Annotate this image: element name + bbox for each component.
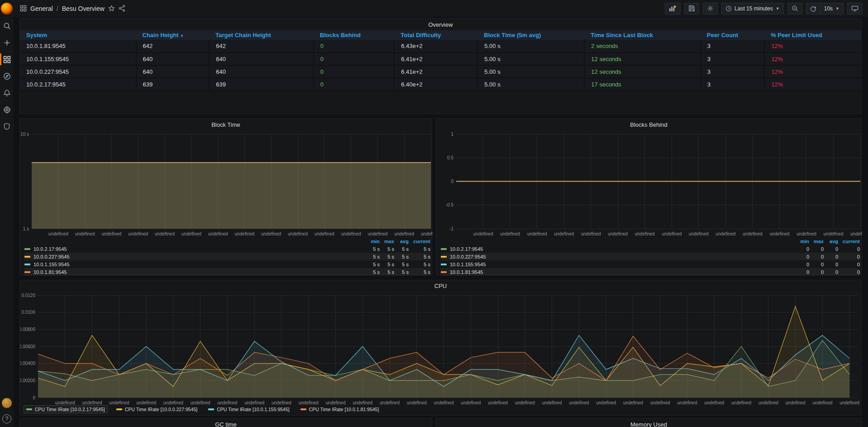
column-header-target_chain_height[interactable]: Target Chain Height [209, 30, 314, 40]
svg-text:undefined: undefined [101, 231, 121, 236]
cell-block_time: 5.00 s [477, 40, 584, 53]
legend-series-name[interactable]: 10.0.0.227:9545 [33, 254, 70, 259]
svg-text:undefined: undefined [677, 400, 697, 405]
legend-header: minmaxavgcurrent [24, 237, 430, 245]
legend-min: 0 [795, 269, 809, 275]
cell-time_since_last_block: 12 seconds [584, 65, 701, 78]
column-header-blocks_behind[interactable]: Blocks Behind [314, 30, 394, 40]
cpu-legend-item[interactable]: CPU Time IRate [10.0.0.227:9545] [114, 406, 200, 413]
column-header-chain_height[interactable]: Chain Height▾ [136, 30, 210, 40]
sidebar-item-alerting[interactable] [0, 85, 14, 101]
svg-text:1: 1 [451, 132, 453, 137]
cell-total_difficulty: 6.40e+2 [394, 78, 477, 91]
legend-avg: 5 s [394, 269, 409, 275]
column-header-time_since_last_block[interactable]: Time Since Last Block [584, 30, 701, 40]
svg-text:undefined: undefined [461, 400, 481, 405]
svg-text:undefined: undefined [839, 400, 859, 405]
legend-max: 0 [809, 246, 824, 252]
refresh-interval-dropdown[interactable]: 10s ▼ [820, 3, 844, 14]
top-navbar: General / Besu Overview Last 15 minutes … [0, 0, 868, 17]
chevron-down-icon: ▼ [776, 6, 780, 11]
zoom-out-button[interactable] [787, 3, 802, 14]
svg-text:undefined: undefined [341, 231, 361, 236]
panel-blocks-behind-title[interactable]: Blocks Behind [436, 119, 861, 130]
sidebar-item-create[interactable] [0, 35, 14, 50]
save-dashboard-button[interactable] [684, 3, 699, 14]
cell-system: 10.0.2.17:9545 [20, 78, 136, 91]
breadcrumb-page-title[interactable]: Besu Overview [62, 5, 105, 12]
legend-column-current[interactable]: current [409, 239, 430, 244]
legend-series-name[interactable]: 10.0.0.227:9545 [450, 254, 486, 259]
star-icon[interactable] [108, 5, 115, 12]
sidebar-item-explore[interactable] [0, 68, 14, 84]
grafana-logo[interactable] [0, 0, 14, 17]
cpu-legend-item[interactable]: CPU Time IRate [10.0.1.155:9545] [206, 406, 292, 413]
legend-column-current[interactable]: current [838, 239, 860, 244]
dashboard-settings-button[interactable] [703, 3, 718, 14]
cpu-legend-item[interactable]: CPU Time IRate [10.0.1.81:9545] [298, 406, 382, 413]
overview-table-header: SystemChain Height▾Target Chain HeightBl… [20, 30, 861, 40]
block-time-chart[interactable]: 10 s1 sundefinedundefinedundefinedundefi… [20, 130, 433, 239]
svg-text:undefined: undefined [500, 231, 520, 236]
legend-series-name[interactable]: 10.0.2.17:9545 [450, 246, 483, 252]
user-avatar[interactable] [2, 398, 12, 408]
add-panel-button[interactable] [665, 3, 681, 14]
refresh-button[interactable] [806, 3, 820, 14]
legend-series-name[interactable]: 10.0.2.17:9545 [33, 246, 67, 252]
cpu-chart[interactable]: 0.01200.01000.008000.006000.004000.00200… [20, 291, 862, 405]
column-header-block_time[interactable]: Block Time (5m avg) [477, 30, 584, 40]
legend-series-name[interactable]: 10.0.1.155:9545 [450, 262, 486, 267]
svg-text:undefined: undefined [786, 400, 806, 405]
help-icon[interactable]: ? [2, 414, 11, 423]
share-icon[interactable] [119, 5, 125, 12]
sidebar-item-server-admin[interactable] [0, 119, 14, 134]
legend-row: 10.0.2.17:95455 s5 s5 s5 s [24, 245, 430, 253]
svg-text:undefined: undefined [234, 231, 254, 236]
legend-column-max[interactable]: max [809, 239, 824, 244]
legend-column-min[interactable]: min [795, 239, 809, 244]
legend-series-name[interactable]: 10.0.1.81:9545 [33, 269, 67, 275]
legend-column-min[interactable]: min [365, 239, 380, 244]
breadcrumb-folder[interactable]: General [30, 5, 53, 12]
cpu-legend: CPU Time IRate [10.0.2.17:9545]CPU Time … [24, 405, 381, 413]
panel-block-time-title[interactable]: Block Time [20, 119, 432, 130]
column-header-total_difficulty[interactable]: Total Difficulty [394, 30, 477, 40]
legend-column-max[interactable]: max [380, 239, 394, 244]
column-header-peer_limit_used[interactable]: % Peer Limit Used [764, 30, 861, 40]
column-header-peer_count[interactable]: Peer Count [701, 30, 764, 40]
legend-column-avg[interactable]: avg [394, 239, 409, 244]
legend-min: 5 s [365, 246, 380, 252]
legend-column-avg[interactable]: avg [824, 239, 838, 244]
legend-current: 0 [838, 254, 860, 259]
svg-text:undefined: undefined [758, 400, 778, 405]
panel-overview-title[interactable]: Overview [20, 19, 861, 30]
blocks-behind-chart[interactable]: 10.50-0.5-1undefinedundefinedundefinedun… [436, 130, 862, 239]
sidebar-item-dashboards[interactable] [0, 52, 14, 67]
cell-time_since_last_block: 2 seconds [584, 40, 701, 53]
svg-text:undefined: undefined [542, 400, 562, 405]
panel-cpu-title[interactable]: CPU [20, 280, 861, 291]
sidebar-item-configuration[interactable] [0, 102, 14, 117]
svg-text:undefined: undefined [163, 400, 183, 405]
svg-text:undefined: undefined [208, 231, 228, 236]
legend-max: 0 [809, 269, 824, 275]
sidebar-item-search[interactable] [0, 18, 14, 34]
breadcrumb-separator: / [57, 5, 58, 12]
panel-gc-time-title[interactable]: GC time [20, 418, 432, 427]
cell-target_chain_height: 639 [209, 78, 314, 91]
time-range-picker[interactable]: Last 15 minutes ▼ [721, 3, 784, 14]
legend-series-name[interactable]: 10.0.1.81:9545 [450, 269, 483, 275]
legend-current: 5 s [409, 269, 430, 275]
column-header-system[interactable]: System [20, 30, 136, 40]
legend-row: 10.0.0.227:95450000 [441, 253, 860, 260]
panel-memory-used-title[interactable]: Memory Used [436, 418, 861, 427]
cycle-view-mode-button[interactable] [847, 3, 863, 14]
panel-block-time: Block Time 10 s1 sundefinedundefinedunde… [19, 118, 432, 275]
cpu-legend-item[interactable]: CPU Time IRate [10.0.2.17:9545] [24, 405, 108, 413]
legend-series-name[interactable]: 10.0.1.155:9545 [33, 262, 70, 267]
series-color-swatch [441, 271, 447, 273]
legend-avg: 5 s [394, 246, 409, 252]
legend-avg: 0 [824, 246, 838, 252]
cell-peer_count: 3 [701, 53, 764, 65]
svg-text:undefined: undefined [82, 400, 102, 405]
